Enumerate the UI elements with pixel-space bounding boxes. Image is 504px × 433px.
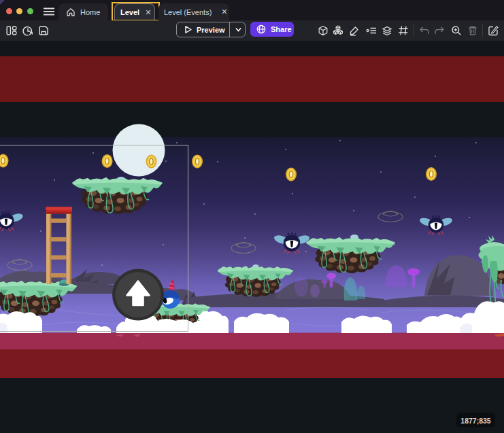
svg-text:1877;835: 1877;835 <box>460 417 491 425</box>
